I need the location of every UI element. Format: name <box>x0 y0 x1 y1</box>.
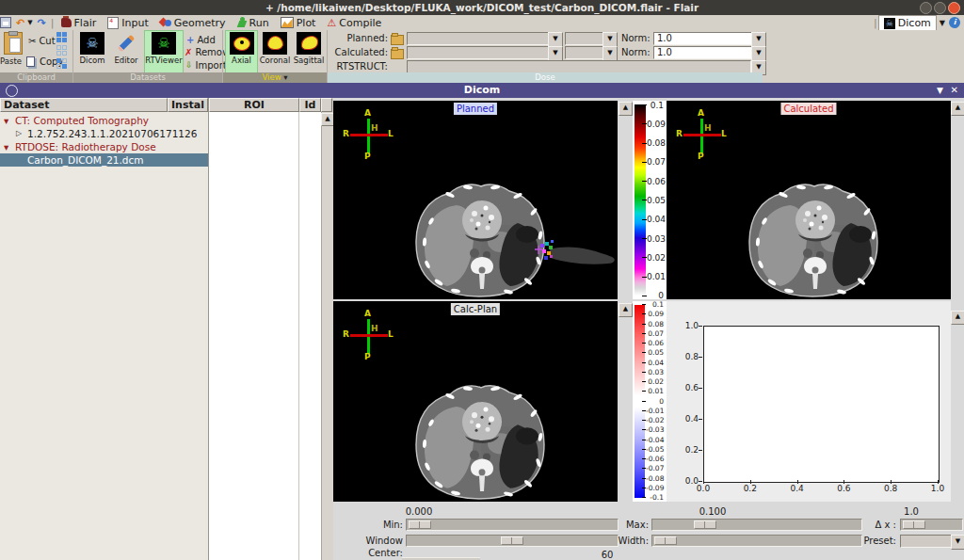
calculated-frame-dropdown[interactable]: ▼ <box>602 46 618 61</box>
planned-viewport[interactable]: Planned A P R L H <box>333 101 618 299</box>
redo-button[interactable]: ↷ <box>34 15 50 30</box>
planned-dataset-combobox[interactable] <box>407 32 550 45</box>
dicom-tab[interactable]: ☠ Dicom <box>878 15 937 30</box>
menu-geometry[interactable]: Geometry <box>154 15 232 30</box>
planned-dataset-dropdown[interactable]: ▼ <box>548 32 563 47</box>
min-slider[interactable] <box>406 519 619 531</box>
dx-label: Δ x : <box>847 519 896 531</box>
cut-button[interactable]: ✂ Cut <box>28 35 56 46</box>
coronal-button[interactable]: Coronal <box>258 31 292 72</box>
minimize-button[interactable] <box>920 2 932 14</box>
plot-axes[interactable] <box>703 326 940 483</box>
planned-open-button[interactable] <box>391 33 404 45</box>
id-column-header[interactable]: Id <box>299 98 321 112</box>
compass-anterior: A <box>698 108 704 118</box>
calculated-norm-entry[interactable]: 1.0 <box>653 46 754 59</box>
plot-icon <box>281 17 294 28</box>
select-invert-grid-button[interactable] <box>56 58 67 69</box>
colorbar-tick: 0.04 <box>633 215 665 225</box>
colorbar-tick: 0.01 <box>633 272 665 282</box>
planned-norm-dropdown[interactable]: ▼ <box>751 32 766 47</box>
calculated-dataset-dropdown[interactable]: ▼ <box>548 46 563 61</box>
calculated-norm-dropdown[interactable]: ▼ <box>751 46 766 61</box>
help-button[interactable]: i <box>948 15 964 30</box>
calculated-open-button[interactable] <box>391 47 404 59</box>
min-slider-handle[interactable] <box>409 520 431 529</box>
colorbar-tick: 0.05 <box>633 195 665 205</box>
dx-value: 1.0 <box>883 506 940 517</box>
view-group-label[interactable]: View ▾ <box>223 72 327 83</box>
dicom-window-close-button[interactable]: ✕ <box>951 83 958 98</box>
coronal-view-icon <box>263 32 287 55</box>
expand-open-icon[interactable]: ▾ <box>4 114 8 127</box>
width-slider[interactable] <box>651 535 862 547</box>
menu-run[interactable]: Run <box>232 15 275 30</box>
diff-colorbar-expand-button[interactable]: ▲ <box>619 303 633 317</box>
menu-compile-label: Compile <box>339 17 381 29</box>
menu-compile[interactable]: ⚠ Compile <box>321 15 387 30</box>
tree-item-carbon-dicom-selected[interactable]: Carbon_DICOM_21.dcm <box>0 153 208 167</box>
dose-overlay <box>535 240 615 264</box>
planned-norm-entry[interactable]: 1.0 <box>653 32 754 45</box>
menu-plot[interactable]: Plot <box>275 15 322 30</box>
menu-input[interactable]: 4 Input <box>102 15 153 30</box>
tab-list-dropdown[interactable]: ▼ <box>937 15 948 30</box>
calculated-dataset-combobox[interactable] <box>407 46 550 59</box>
paste-label: Paste <box>0 56 25 66</box>
menu-flair[interactable]: Flair <box>56 15 103 30</box>
dx-slider-handle[interactable] <box>903 520 925 529</box>
plot-expand-button[interactable]: ▲ <box>951 311 964 325</box>
editor-button[interactable]: Editor <box>109 31 143 72</box>
tree-item-ct-series[interactable]: ▷ 1.2.752.243.1.1.20210706171126 <box>0 127 208 140</box>
flair-application-window: + /home/likaiwen/Desktop/FLUKA_work/DICO… <box>0 0 964 560</box>
scroll-up-button[interactable]: ▲ <box>321 113 334 126</box>
close-button[interactable] <box>948 2 960 14</box>
tree-item-rtdose[interactable]: ▾ RTDOSE: Radiotherapy Dose <box>0 140 208 153</box>
window-center-label: Window Center: <box>333 535 403 559</box>
window-center-slider-handle[interactable] <box>501 536 523 545</box>
rtstruct-combobox[interactable] <box>407 60 751 73</box>
save-button[interactable] <box>0 15 14 30</box>
maximize-button[interactable] <box>934 2 946 14</box>
dataset-column-header[interactable]: Dataset <box>0 98 168 112</box>
os-titlebar[interactable]: + /home/likaiwen/Desktop/FLUKA_work/DICO… <box>0 0 964 15</box>
planned-frame-combobox[interactable] <box>565 32 604 45</box>
undo-button[interactable]: ↶ <box>14 15 26 30</box>
select-none-grid-button[interactable] <box>56 45 67 56</box>
compass-right: R <box>343 329 349 339</box>
expand-closed-icon[interactable]: ▷ <box>16 127 22 140</box>
preset-dropdown[interactable]: ▼ <box>951 535 964 550</box>
expand-open-icon[interactable]: ▾ <box>4 140 8 153</box>
import-button[interactable]: ⇩ Import <box>185 59 227 71</box>
planned-frame-dropdown[interactable]: ▼ <box>602 32 618 47</box>
colorbar-tick: 0.03 <box>633 368 665 376</box>
dx-slider[interactable] <box>900 519 963 531</box>
sagittal-view-icon <box>297 32 321 55</box>
dicom-window-titlebar[interactable]: Dicom ▼ ✕ <box>0 83 964 98</box>
add-button[interactable]: + Add <box>186 34 216 45</box>
width-slider-handle[interactable] <box>654 536 677 545</box>
compass-head: H <box>371 324 378 333</box>
min-value: 0.000 <box>391 506 447 517</box>
coronal-button-label: Coronal <box>258 56 292 65</box>
preset-combobox[interactable] <box>900 535 953 548</box>
roi-column-header[interactable]: ROI <box>209 98 299 112</box>
instances-column-header[interactable]: Instal <box>168 98 208 112</box>
planned-colorbar-expand-button[interactable]: ▲ <box>619 102 633 116</box>
tree-item-ct[interactable]: ▾ CT: Computed Tomography <box>0 114 208 127</box>
undo-list-dropdown[interactable]: ▼ <box>26 15 33 30</box>
calculated-viewport[interactable]: Calculated A P R L H <box>667 101 951 299</box>
max-slider[interactable] <box>651 519 862 531</box>
calculated-frame-combobox[interactable] <box>565 46 604 59</box>
window-center-slider[interactable] <box>406 535 619 547</box>
max-slider-handle[interactable] <box>694 520 716 529</box>
roi-scrollbar[interactable]: ▲ <box>321 112 333 560</box>
sagittal-button[interactable]: Sagittal <box>292 31 326 72</box>
dicom-window-collapse-button[interactable]: ▼ <box>937 83 943 98</box>
calculated-colorbar-expand-button[interactable]: ▲ <box>951 102 964 116</box>
dicom-button[interactable]: ☠ Dicom <box>75 31 109 72</box>
select-all-grid-button[interactable] <box>56 32 67 42</box>
rtviewer-button-label: RTViewer <box>145 56 183 65</box>
paste-button[interactable]: Paste <box>1 31 25 72</box>
calc-plan-viewport[interactable]: Calc-Plan A P R L H <box>333 301 618 502</box>
